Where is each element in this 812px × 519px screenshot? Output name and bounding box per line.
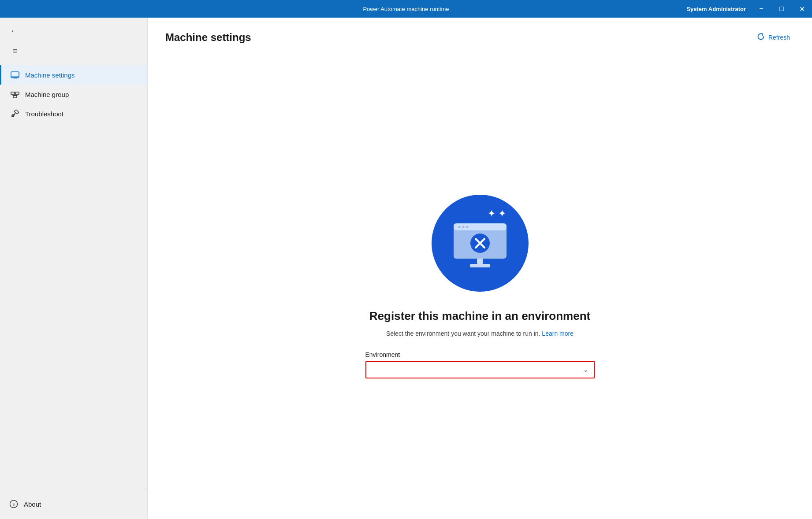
svg-rect-1 [13, 78, 17, 78]
content-body: ✦ ✦ [148, 54, 812, 519]
sidebar-item-machine-settings-label: Machine settings [25, 71, 75, 79]
environment-dropdown[interactable]: ⌄ [365, 361, 595, 378]
svg-rect-16 [454, 223, 507, 230]
monitor-illustration [447, 210, 513, 276]
title-bar-user: System Administrator [686, 6, 746, 12]
environment-label: Environment [365, 351, 595, 358]
about-label: About [24, 500, 41, 508]
illustration: ✦ ✦ [432, 195, 529, 292]
sidebar-footer: i About [0, 489, 147, 519]
title-bar-right: System Administrator − □ ✕ [541, 0, 812, 18]
title-bar-controls: − □ ✕ [751, 0, 812, 18]
sidebar-item-machine-group[interactable]: Machine group [0, 85, 147, 104]
refresh-icon [757, 33, 765, 42]
main-content: Machine settings Refresh ✦ ✦ [148, 18, 812, 519]
svg-point-18 [462, 226, 464, 228]
page-title: Machine settings [165, 31, 251, 44]
svg-rect-0 [11, 72, 19, 78]
svg-rect-23 [477, 259, 483, 264]
sidebar: ← ≡ Machine settings [0, 18, 148, 519]
sidebar-item-machine-settings[interactable]: Machine settings [0, 65, 147, 85]
about-button[interactable]: i About [9, 496, 138, 512]
svg-rect-4 [15, 92, 19, 95]
sidebar-item-troubleshoot[interactable]: Troubleshoot [0, 104, 147, 123]
svg-rect-3 [11, 92, 15, 95]
menu-button[interactable]: ≡ [8, 44, 22, 58]
title-bar-app-name: Power Automate machine runtime [271, 6, 541, 12]
register-desc: Select the environment you want your mac… [386, 330, 574, 337]
troubleshoot-icon [10, 109, 20, 118]
about-icon: i [9, 500, 19, 508]
sidebar-nav: Machine settings Machine group [0, 63, 147, 489]
machine-settings-icon [10, 70, 20, 79]
decoration-stars: ✦ ✦ [488, 208, 506, 219]
svg-rect-5 [13, 96, 17, 98]
minimize-button[interactable]: − [751, 0, 771, 18]
close-button[interactable]: ✕ [792, 0, 812, 18]
title-bar: Power Automate machine runtime System Ad… [0, 0, 812, 18]
app-container: ← ≡ Machine settings [0, 18, 812, 519]
back-button[interactable]: ← [7, 24, 21, 38]
environment-section: Environment ⌄ [365, 351, 595, 378]
machine-group-icon [10, 90, 20, 99]
svg-point-19 [466, 226, 468, 228]
sidebar-top: ← [0, 18, 147, 41]
svg-rect-24 [470, 264, 490, 267]
refresh-button[interactable]: Refresh [752, 30, 794, 45]
maximize-button[interactable]: □ [771, 0, 792, 18]
svg-point-17 [458, 226, 460, 228]
sidebar-item-troubleshoot-label: Troubleshoot [25, 110, 63, 118]
chevron-down-icon: ⌄ [583, 366, 589, 373]
sidebar-item-machine-group-label: Machine group [25, 91, 69, 98]
main-header: Machine settings Refresh [148, 18, 812, 54]
learn-more-link[interactable]: Learn more [542, 330, 574, 337]
refresh-label: Refresh [768, 34, 790, 41]
register-title: Register this machine in an environment [369, 309, 590, 323]
svg-text:i: i [13, 502, 15, 507]
